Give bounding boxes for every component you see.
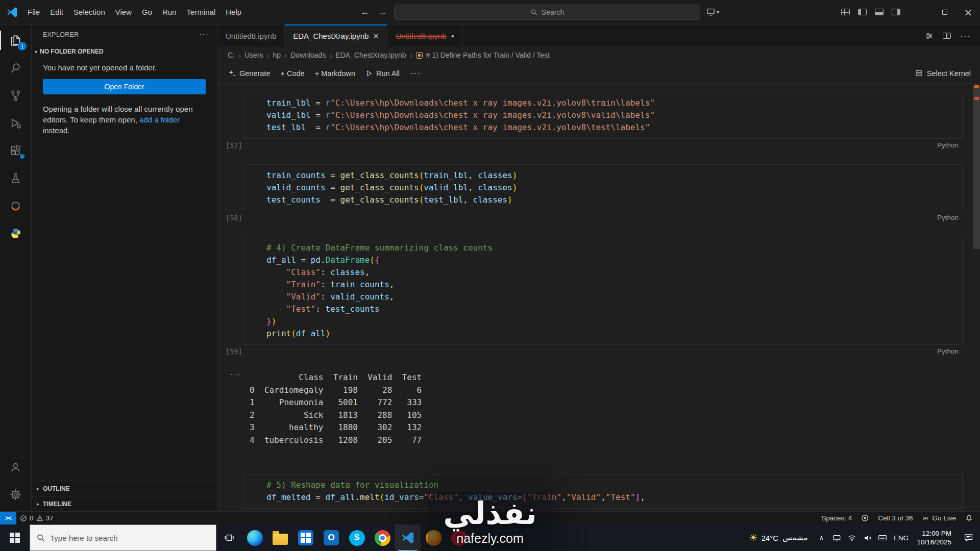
warning-count: 37	[46, 514, 54, 522]
modified-dot-icon[interactable]: ●	[451, 33, 454, 39]
open-folder-button[interactable]: Open Folder	[43, 79, 206, 94]
cell-output: ··· Class Train Valid Test0 Cardiomegaly…	[250, 371, 963, 446]
activitybar-settings[interactable]	[0, 481, 31, 508]
output-gutter-icon[interactable]: ···	[230, 369, 240, 380]
menu-go[interactable]: Go	[137, 0, 157, 24]
tab-untitled6[interactable]: Untitled6.ipynb ●	[387, 24, 462, 47]
tab-eda-chestxray[interactable]: EDA_ChestXray.ipynb ×	[285, 24, 387, 47]
toggle-primary-sidebar-icon[interactable]	[858, 9, 867, 15]
cell-language-indicator[interactable]: Python	[937, 214, 959, 221]
customize-layout-icon[interactable]	[841, 9, 850, 15]
tab-close-icon[interactable]: ×	[373, 31, 379, 41]
tab-untitled8[interactable]: Untitled8.ipynb	[217, 24, 285, 47]
taskbar-app-chrome[interactable]	[370, 524, 395, 551]
tab-label: EDA_ChestXray.ipynb	[293, 32, 369, 40]
breadcrumb-item[interactable]: EDA_ChestXray.ipynb	[335, 51, 406, 59]
taskbar-app-outlook[interactable]: O	[318, 524, 344, 551]
taskbar-search[interactable]	[30, 524, 216, 551]
watermark-title: نفذلي	[428, 496, 552, 530]
taskbar-search-input[interactable]	[50, 534, 210, 542]
network-tray-icon[interactable]	[844, 524, 860, 551]
activitybar-explorer[interactable]: 1	[0, 27, 31, 54]
activitybar-testing[interactable]	[0, 164, 31, 192]
cell-language-indicator[interactable]: Python	[937, 347, 959, 355]
maximize-button[interactable]	[933, 0, 957, 24]
breadcrumb-item[interactable]: C:	[228, 51, 235, 59]
generate-button[interactable]: Generate	[224, 66, 275, 81]
cell-editor[interactable]: train_counts = get_class_counts(train_lb…	[244, 164, 963, 211]
start-button[interactable]	[0, 524, 30, 551]
menu-selection[interactable]: Selection	[68, 0, 110, 24]
menu-help[interactable]: Help	[220, 0, 247, 24]
volume-tray-icon[interactable]	[860, 524, 875, 551]
breadcrumb-item[interactable]: Users	[244, 51, 263, 59]
toolbar-more-button[interactable]: ···	[405, 66, 425, 81]
menu-file[interactable]: File	[22, 0, 45, 24]
sidebar-more-actions-icon[interactable]: ···	[199, 30, 209, 39]
remote-indicator[interactable]: ><	[0, 512, 16, 524]
go-live-button[interactable]: Go Live	[922, 514, 956, 522]
statusbar-right: Spaces: 4 Cell 3 of 36 Go Live	[821, 514, 980, 522]
editor-scrollbar[interactable]	[973, 86, 980, 249]
display-tray-icon[interactable]	[829, 524, 844, 551]
task-view-button[interactable]	[216, 524, 242, 551]
more-actions-icon[interactable]: ···	[960, 31, 971, 41]
bell-icon[interactable]	[965, 514, 973, 522]
activitybar-extensions[interactable]	[0, 137, 31, 164]
menu-edit[interactable]: Edit	[45, 0, 68, 24]
taskbar-app-edge[interactable]	[242, 524, 267, 551]
open-remote-control[interactable]: ▾	[706, 8, 719, 16]
toggle-secondary-sidebar-icon[interactable]	[892, 9, 900, 15]
settings-sliders-icon[interactable]	[925, 32, 934, 40]
error-icon	[20, 515, 27, 522]
language-indicator[interactable]: ENG	[890, 524, 912, 551]
activitybar-source-control[interactable]	[0, 82, 31, 109]
command-center-search[interactable]: Search	[394, 5, 700, 20]
run-all-button[interactable]: Run All	[361, 66, 404, 81]
split-editor-icon[interactable]	[943, 33, 951, 39]
breadcrumb-item[interactable]: hp	[273, 51, 281, 59]
cell-language-indicator[interactable]: Python	[937, 141, 959, 149]
toggle-panel-icon[interactable]	[875, 9, 884, 15]
breadcrumb-item[interactable]: Downloads	[290, 51, 326, 59]
title-bar: File Edit Selection View Go Run Terminal…	[0, 0, 980, 24]
taskbar-app-store[interactable]	[293, 524, 318, 551]
activitybar-jupyter[interactable]	[0, 192, 31, 219]
activitybar-search[interactable]	[0, 54, 31, 82]
activitybar-python[interactable]	[0, 219, 31, 247]
taskbar-clock[interactable]: 12:00 PM 10/16/2025	[912, 524, 957, 551]
touch-keyboard-tray-icon[interactable]	[875, 524, 890, 551]
activitybar-accounts[interactable]	[0, 453, 31, 481]
menu-view[interactable]: View	[110, 0, 137, 24]
problems-indicator[interactable]: 0 37	[16, 514, 57, 522]
outline-section[interactable]: ▸ OUTLINE	[32, 481, 217, 496]
status-circle-icon[interactable]	[861, 514, 869, 522]
cell-editor[interactable]: # 4) Create DataFrame summarizing class …	[244, 237, 963, 345]
select-kernel-button[interactable]: Select Kernel	[915, 69, 974, 78]
add-markdown-button[interactable]: + Markdown	[310, 66, 360, 81]
weather-widget[interactable]: ☀ 24°C مشمس	[743, 524, 814, 551]
show-hidden-icons-button[interactable]: ∧	[814, 524, 829, 551]
menu-run[interactable]: Run	[157, 0, 182, 24]
action-center-button[interactable]	[957, 524, 980, 551]
timeline-section[interactable]: ▸ TIMELINE	[32, 496, 217, 511]
add-code-button[interactable]: + Code	[276, 66, 309, 81]
code-line: df_all = pd.DataFrame({	[266, 254, 957, 266]
close-button[interactable]: ×	[957, 0, 980, 24]
section-no-folder-opened[interactable]: ▾ NO FOLDER OPENED	[32, 45, 217, 58]
cell-editor[interactable]: train_lbl = r"C:\Users\hp\Downloads\ches…	[244, 92, 963, 139]
indent-indicator[interactable]: Spaces: 4	[821, 514, 852, 522]
taskbar-app-vscode[interactable]	[395, 524, 421, 551]
activitybar-run-debug[interactable]	[0, 109, 31, 137]
menu-terminal[interactable]: Terminal	[182, 0, 221, 24]
add-markdown-label: + Markdown	[315, 69, 355, 78]
taskbar-app-file-explorer[interactable]	[267, 524, 293, 551]
minimize-button[interactable]	[910, 0, 933, 24]
breadcrumb-cell-item[interactable]: # 1) Define Paths for Train / Valid / Te…	[426, 51, 550, 59]
taskbar-app-skype[interactable]: S	[344, 524, 370, 551]
cell-editor[interactable]: # 5) Reshape data for visualizationdf_me…	[244, 474, 963, 509]
cell-position-indicator[interactable]: Cell 3 of 36	[878, 514, 913, 522]
add-folder-link[interactable]: add a folder	[139, 115, 180, 124]
forward-arrow-icon[interactable]: →	[377, 7, 388, 17]
back-arrow-icon[interactable]: ←	[359, 7, 371, 17]
